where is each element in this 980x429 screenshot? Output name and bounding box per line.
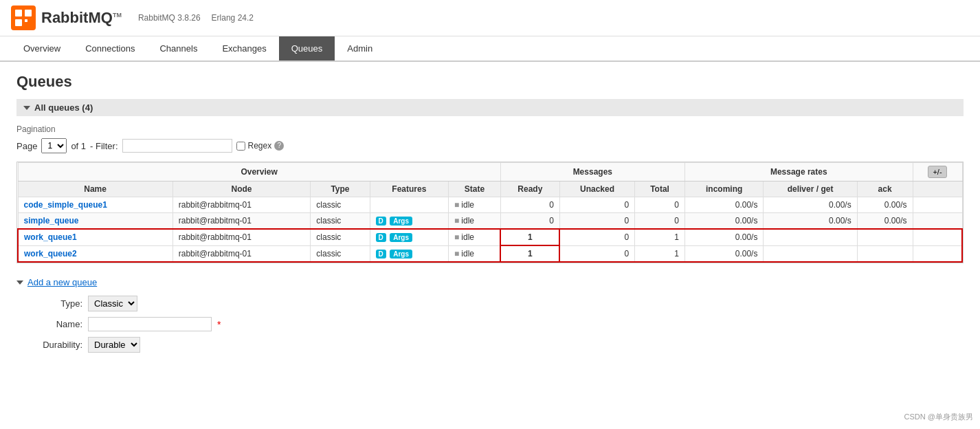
cell-ready: 0	[500, 213, 559, 230]
durability-row: Durability: Durable	[27, 337, 964, 353]
nav-overview[interactable]: Overview	[11, 36, 73, 60]
messages-group-header: Messages	[500, 163, 684, 182]
cell-state: ■idle	[449, 213, 501, 230]
cell-type: classic	[311, 245, 370, 262]
svg-rect-0	[11, 6, 36, 30]
queues-table: Overview Messages Message rates +/- Name…	[17, 162, 963, 263]
cell-state: ■idle	[449, 245, 501, 262]
cell-features	[370, 197, 449, 213]
collapse-icon	[23, 106, 30, 110]
cell-ready: 1	[500, 229, 559, 245]
main-nav: Overview Connections Channels Exchanges …	[0, 36, 980, 62]
name-row: Name: *	[27, 317, 964, 331]
nav-connections[interactable]: Connections	[73, 36, 147, 60]
table-row[interactable]: simple_queuerabbit@rabbitmq-01classicD A…	[18, 213, 962, 230]
nav-channels[interactable]: Channels	[147, 36, 210, 60]
cell-state: ■idle	[449, 229, 501, 245]
filter-label: - Filter:	[90, 141, 118, 151]
cell-name[interactable]: simple_queue	[18, 213, 172, 230]
nav-queues[interactable]: Queues	[279, 36, 335, 60]
rabbitmq-logo-icon	[11, 6, 36, 30]
pagination-title: Pagination	[16, 124, 964, 134]
cell-name[interactable]: code_simple_queue1	[18, 197, 172, 213]
cell-node: rabbit@rabbitmq-01	[172, 213, 311, 230]
cell-ack: 0.00/s	[857, 213, 913, 230]
add-queue-form: Type: Classic Name: * Durability: Durabl…	[16, 296, 964, 353]
main-content: Queues All queues (4) Pagination Page 1 …	[0, 62, 980, 369]
nav-exchanges[interactable]: Exchanges	[210, 36, 278, 60]
cell-incoming: 0.00/s	[684, 213, 763, 230]
cell-name[interactable]: work_queue1	[18, 229, 172, 245]
col-extra	[913, 182, 962, 197]
cell-type: classic	[311, 213, 370, 230]
col-unacked: Unacked	[559, 182, 634, 197]
svg-rect-2	[25, 10, 32, 16]
table-row[interactable]: code_simple_queue1rabbit@rabbitmq-01clas…	[18, 197, 962, 213]
col-deliver-get: deliver / get	[764, 182, 857, 197]
type-row: Type: Classic	[27, 296, 964, 311]
queues-table-wrapper: Overview Messages Message rates +/- Name…	[16, 162, 964, 263]
cell-type: classic	[311, 229, 370, 245]
cell-total: 0	[635, 197, 685, 213]
cell-extra	[913, 229, 962, 245]
durability-select[interactable]: Durable	[88, 337, 140, 353]
required-star: *	[217, 319, 221, 330]
plus-minus-cell: +/-	[913, 163, 962, 182]
col-ready: Ready	[500, 182, 559, 197]
add-queue-collapse-icon	[16, 280, 23, 285]
name-label: Name:	[27, 319, 82, 329]
col-ack: ack	[857, 182, 913, 197]
all-queues-section-header[interactable]: All queues (4)	[16, 99, 964, 116]
add-queue-section: Add a new queue Type: Classic Name: * Du…	[16, 274, 964, 353]
cell-node: rabbit@rabbitmq-01	[172, 245, 311, 262]
logo-text: RabbitMQTM	[41, 9, 122, 27]
plus-minus-button[interactable]: +/-	[928, 166, 946, 178]
svg-rect-1	[15, 10, 22, 16]
page-label: Page	[16, 141, 37, 151]
cell-incoming: 0.00/s	[684, 197, 763, 213]
pagination-controls: Page 1 of 1 - Filter: Regex ?	[16, 138, 964, 153]
version-info: RabbitMQ 3.8.26 Erlang 24.2	[138, 13, 254, 23]
header: RabbitMQTM RabbitMQ 3.8.26 Erlang 24.2	[0, 0, 980, 36]
cell-incoming: 0.00/s	[684, 245, 763, 262]
col-total: Total	[635, 182, 685, 197]
cell-total: 1	[635, 229, 685, 245]
message-rates-group-header: Message rates	[684, 163, 913, 182]
cell-deliver-get: 0.00/s	[764, 213, 857, 230]
cell-features: D Args	[370, 213, 449, 230]
cell-name[interactable]: work_queue2	[18, 245, 172, 262]
type-select[interactable]: Classic	[88, 296, 137, 311]
logo-area: RabbitMQTM	[11, 6, 122, 30]
cell-total: 0	[635, 213, 685, 230]
durability-label: Durability:	[27, 340, 82, 350]
cell-unacked: 0	[559, 229, 634, 245]
of-label: of 1	[71, 141, 86, 151]
cell-incoming: 0.00/s	[684, 229, 763, 245]
cell-extra	[913, 245, 962, 262]
cell-unacked: 0	[559, 213, 634, 230]
cell-deliver-get	[764, 229, 857, 245]
name-input[interactable]	[88, 317, 212, 331]
cell-ack	[857, 229, 913, 245]
col-type: Type	[311, 182, 370, 197]
col-features: Features	[370, 182, 449, 197]
overview-group-header: Overview	[18, 163, 500, 182]
table-row[interactable]: work_queue2rabbit@rabbitmq-01classicD Ar…	[18, 245, 962, 262]
page-title: Queues	[16, 73, 964, 91]
cell-deliver-get	[764, 245, 857, 262]
regex-label: Regex ?	[236, 141, 285, 151]
col-incoming: incoming	[684, 182, 763, 197]
add-queue-header[interactable]: Add a new queue	[16, 274, 964, 290]
col-node: Node	[172, 182, 311, 197]
cell-type: classic	[311, 197, 370, 213]
page-select[interactable]: 1	[41, 138, 67, 153]
filter-input[interactable]	[122, 139, 232, 153]
nav-admin[interactable]: Admin	[335, 36, 385, 60]
svg-rect-3	[15, 19, 22, 26]
regex-checkbox[interactable]	[236, 142, 245, 151]
cell-features: D Args	[370, 245, 449, 262]
regex-help-icon[interactable]: ?	[274, 141, 284, 151]
erlang-version: Erlang 24.2	[212, 13, 254, 23]
cell-ack	[857, 245, 913, 262]
table-row[interactable]: work_queue1rabbit@rabbitmq-01classicD Ar…	[18, 229, 962, 245]
